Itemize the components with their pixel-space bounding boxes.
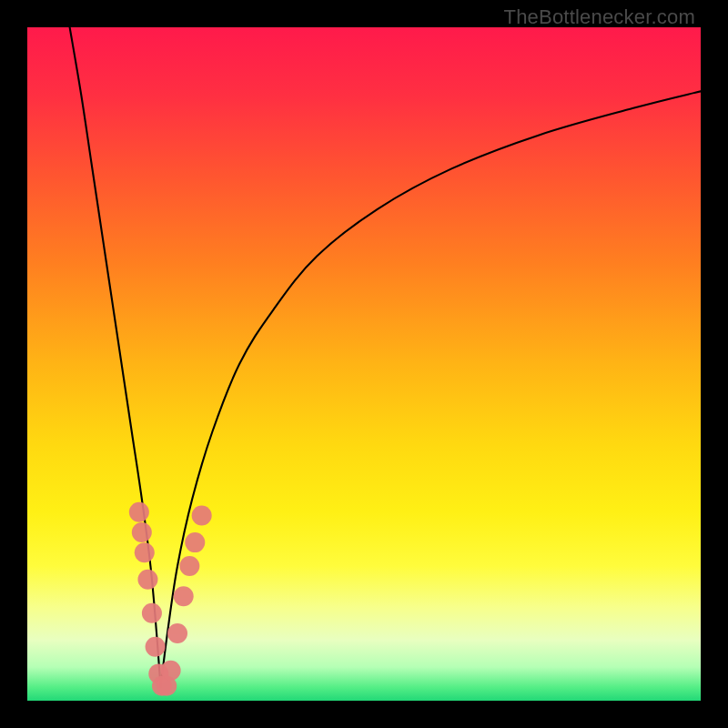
chart-frame: TheBottlenecker.com bbox=[0, 0, 728, 728]
data-marker bbox=[167, 623, 187, 643]
data-marker bbox=[137, 570, 157, 590]
data-marker bbox=[146, 637, 166, 657]
curve-layer bbox=[27, 27, 701, 701]
data-marker bbox=[185, 532, 205, 552]
data-marker bbox=[161, 661, 181, 681]
data-marker bbox=[192, 506, 212, 526]
watermark-text: TheBottlenecker.com bbox=[504, 5, 695, 29]
data-marker bbox=[132, 522, 152, 542]
data-marker bbox=[174, 586, 194, 606]
data-marker bbox=[142, 603, 162, 623]
data-marker bbox=[179, 556, 199, 576]
data-marker bbox=[129, 502, 149, 522]
plot-area bbox=[27, 27, 701, 701]
data-marker bbox=[135, 542, 155, 562]
bottleneck-curve-right-branch bbox=[161, 91, 701, 687]
